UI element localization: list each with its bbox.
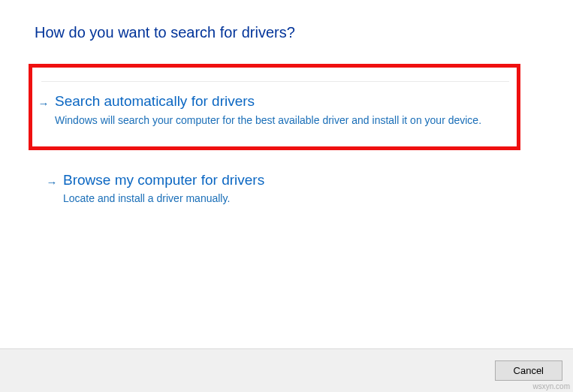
option-browse-computer[interactable]: → Browse my computer for drivers Locate …	[41, 171, 538, 207]
cancel-button[interactable]: Cancel	[495, 360, 562, 381]
separator	[41, 81, 509, 82]
watermark: wsxyn.com	[533, 382, 570, 390]
option-description: Windows will search your computer for th…	[55, 113, 494, 128]
option-browse-wrapper: → Browse my computer for drivers Locate …	[35, 171, 538, 207]
option-description: Locate and install a driver manually.	[63, 191, 523, 207]
option-text: Browse my computer for drivers Locate an…	[63, 171, 538, 207]
page-title: How do you want to search for drivers?	[35, 24, 538, 41]
arrow-right-icon: →	[47, 176, 58, 188]
option-title: Search automatically for drivers	[55, 92, 494, 111]
option-title: Browse my computer for drivers	[63, 171, 523, 190]
option-search-automatically-highlight: → Search automatically for drivers Windo…	[29, 64, 520, 150]
arrow-col: →	[32, 92, 55, 110]
option-search-automatically[interactable]: → Search automatically for drivers Windo…	[32, 92, 509, 128]
footer-bar: Cancel	[0, 348, 573, 392]
arrow-col: →	[41, 171, 63, 188]
arrow-right-icon: →	[38, 97, 50, 110]
main-content: How do you want to search for drivers? →…	[0, 0, 573, 207]
option-text: Search automatically for drivers Windows…	[55, 92, 509, 128]
